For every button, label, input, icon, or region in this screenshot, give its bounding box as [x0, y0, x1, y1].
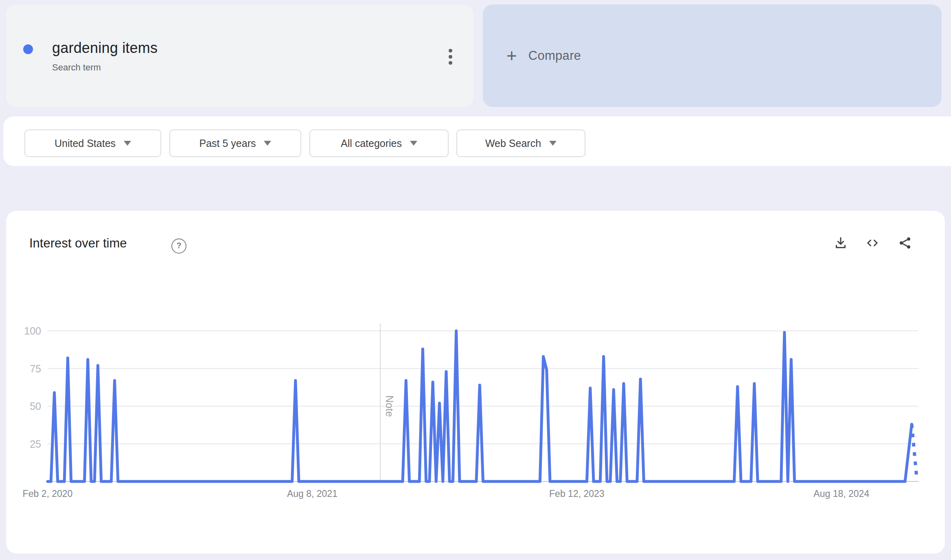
google-trends-page: gardening items Search term + Compare Un… [0, 0, 951, 560]
chevron-down-icon [410, 141, 417, 146]
search-term-card[interactable]: gardening items Search term [6, 4, 473, 107]
search-type-dropdown[interactable]: Web Search [456, 129, 585, 157]
geo-filter-label: United States [55, 138, 116, 149]
chevron-down-icon [549, 141, 557, 146]
svg-text:25: 25 [30, 438, 41, 450]
chevron-down-icon [264, 141, 271, 146]
svg-text:100: 100 [24, 325, 41, 337]
svg-text:Feb 12, 2023: Feb 12, 2023 [549, 488, 605, 499]
kebab-icon [449, 49, 452, 52]
search-term-subtitle: Search term [52, 62, 101, 73]
geo-filter-dropdown[interactable]: United States [24, 129, 161, 157]
time-range-label: Past 5 years [199, 138, 256, 149]
search-type-label: Web Search [485, 138, 541, 149]
series-color-chip [23, 44, 33, 54]
more-options-button[interactable] [441, 48, 459, 66]
plus-icon: + [506, 47, 517, 65]
svg-text:Aug 18, 2024: Aug 18, 2024 [813, 488, 869, 499]
interest-over-time-card: Interest over time ? 1007 [6, 211, 945, 553]
compare-button[interactable]: + Compare [483, 4, 942, 107]
chevron-down-icon [124, 141, 131, 146]
category-dropdown[interactable]: All categories [309, 129, 449, 157]
compare-label: Compare [528, 48, 581, 63]
svg-text:75: 75 [30, 363, 41, 374]
category-label: All categories [341, 138, 402, 149]
svg-text:Note: Note [384, 396, 395, 417]
time-range-dropdown[interactable]: Past 5 years [169, 129, 301, 157]
interest-over-time-chart[interactable]: 100755025Feb 2, 2020Aug 8, 2021Feb 12, 2… [6, 211, 945, 553]
search-term-title: gardening items [52, 39, 158, 57]
filter-bar: United States Past 5 years All categorie… [3, 116, 951, 166]
svg-text:50: 50 [30, 400, 41, 412]
svg-text:Aug 8, 2021: Aug 8, 2021 [287, 488, 337, 499]
svg-text:Feb 2, 2020: Feb 2, 2020 [23, 488, 73, 499]
